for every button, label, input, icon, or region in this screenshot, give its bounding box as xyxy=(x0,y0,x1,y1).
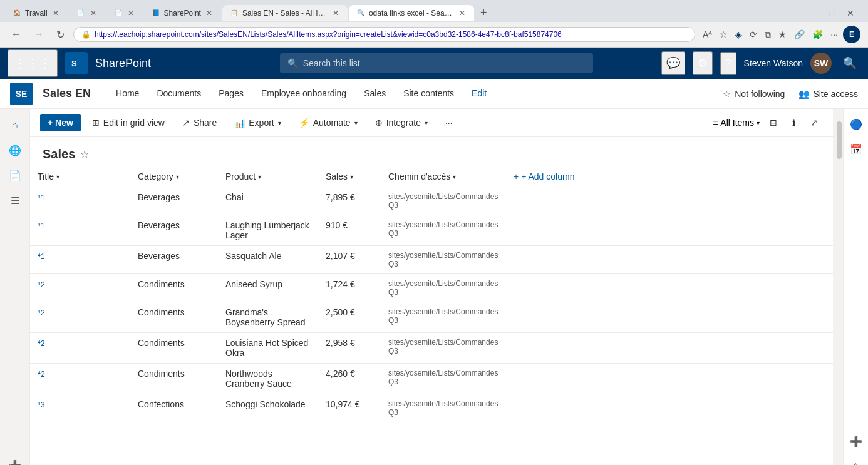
col-chemin[interactable]: Chemin d'accès ▾ xyxy=(381,166,506,187)
url-bar[interactable]: 🔒 https://teachoip.sharepoint.com/sites/… xyxy=(73,27,695,42)
table-row[interactable]: ⁴1 Beverages Sasquatch Ale 2,107 € sites… xyxy=(30,246,833,274)
cell-empty xyxy=(506,274,833,302)
table-row[interactable]: ⁴2 Condiments Grandma's Boysenberry Spre… xyxy=(30,302,833,333)
profile-avatar[interactable]: E xyxy=(843,26,860,43)
extensions-button[interactable]: 🧩 xyxy=(810,26,825,43)
fav-button[interactable]: ★ xyxy=(776,26,789,43)
tab-3[interactable]: 📄 ✕ xyxy=(106,5,143,21)
table-row[interactable]: ⁴3 Confections Schoggi Schokolade 10,974… xyxy=(30,394,833,422)
col-add[interactable]: + + Add column xyxy=(506,166,833,187)
table-row[interactable]: ⁴1 Beverages Laughing Lumberjack Lager 9… xyxy=(30,215,833,246)
export-button[interactable]: 📊 Export ▾ xyxy=(228,114,287,131)
tab-close-icon[interactable]: ✕ xyxy=(331,9,340,18)
all-items-dropdown[interactable]: ≡ All Items ▾ xyxy=(713,118,760,128)
col-category[interactable]: Category ▾ xyxy=(130,166,218,187)
sidebar-item-add[interactable]: ➕ xyxy=(4,454,26,465)
tab-close-icon[interactable]: ✕ xyxy=(51,9,60,18)
search-box[interactable]: 🔍 Search this list xyxy=(280,53,593,73)
sidebar-item-global[interactable]: 🌐 xyxy=(4,139,26,161)
sidebar-item-library[interactable]: ☰ xyxy=(4,189,26,212)
edit-grid-button[interactable]: ⊞ Edit in grid view xyxy=(86,114,171,131)
tab-close-icon[interactable]: ✕ xyxy=(89,9,98,18)
right-panel-icon-1[interactable]: 🔵 xyxy=(846,114,866,134)
bookmark-button[interactable]: ☆ xyxy=(717,26,730,43)
forward-button[interactable]: → xyxy=(30,28,48,41)
table-row[interactable]: ⁴2 Condiments Louisiana Hot Spiced Okra … xyxy=(30,333,833,364)
row-selector-icon: ⁴1 xyxy=(38,222,45,230)
list-toolbar: + New ⊞ Edit in grid view ↗ Share 📊 Expo… xyxy=(30,109,833,137)
global-search-button[interactable]: 🔍 xyxy=(839,53,860,74)
user-avatar[interactable]: SW xyxy=(810,53,832,74)
chat-button[interactable]: 💬 xyxy=(661,51,685,75)
tab-travail[interactable]: 🏠 Travail ✕ xyxy=(5,5,68,21)
table-row[interactable]: ⁴2 Condiments Aniseed Syrup 1,724 € site… xyxy=(30,274,833,302)
col-sales[interactable]: Sales ▾ xyxy=(318,166,381,187)
nav-employee-onboarding[interactable]: Employee onboarding xyxy=(254,79,354,109)
tab-odata[interactable]: 🔍 odata links excel - Search ✕ xyxy=(349,5,474,21)
back-button[interactable]: ← xyxy=(8,28,25,41)
col-chemin-label: Chemin d'accès xyxy=(388,171,450,181)
minimize-button[interactable]: — xyxy=(804,7,820,19)
scrollbar-thumb[interactable] xyxy=(837,121,842,159)
right-panel-icon-3[interactable]: ➕ xyxy=(846,431,866,451)
refresh-page-button[interactable]: ⟳ xyxy=(747,26,760,43)
not-following-label: Not following xyxy=(735,89,785,99)
help-button[interactable]: ? xyxy=(720,52,736,75)
sidebar-item-home[interactable]: ⌂ xyxy=(4,114,26,136)
cell-chemin: sites/yosemite/Lists/Commandes Q3 xyxy=(381,274,506,302)
cell-product: Northwoods Cranberry Sauce xyxy=(218,364,318,394)
col-product-label: Product xyxy=(225,171,256,181)
edge-icon[interactable]: ◈ xyxy=(733,26,745,43)
tab-close-icon[interactable]: ✕ xyxy=(458,9,467,18)
maximize-button[interactable]: □ xyxy=(825,7,838,19)
nav-home[interactable]: Home xyxy=(108,79,147,109)
integrate-button[interactable]: ⊕ Integrate ▾ xyxy=(369,114,434,131)
expand-button[interactable]: ⤢ xyxy=(805,115,823,130)
cell-empty xyxy=(506,302,833,333)
cell-category: Beverages xyxy=(130,215,218,246)
search-placeholder: Search this list xyxy=(303,58,360,68)
info-button[interactable]: ℹ xyxy=(787,115,800,130)
filter-button[interactable]: ⊟ xyxy=(765,115,782,130)
cell-category: Condiments xyxy=(130,274,218,302)
nav-pages[interactable]: Pages xyxy=(211,79,251,109)
site-access-button[interactable]: 👥 Site access xyxy=(798,89,858,99)
close-button[interactable]: ✕ xyxy=(843,7,858,19)
add-column-button[interactable]: + + Add column xyxy=(514,171,825,181)
nav-sales[interactable]: Sales xyxy=(356,79,393,109)
more-tools-button[interactable]: ··· xyxy=(828,26,840,43)
collection-button[interactable]: 🔗 xyxy=(792,26,807,43)
more-actions-button[interactable]: ··· xyxy=(439,114,459,131)
tab-title: Travail xyxy=(25,9,48,18)
cell-sales: 910 € xyxy=(318,215,381,246)
settings-button[interactable]: ⚙ xyxy=(693,51,713,75)
reader-view-button[interactable]: Aᴬ xyxy=(700,26,715,43)
refresh-button[interactable]: ↻ xyxy=(53,28,68,42)
table-row[interactable]: ⁴2 Condiments Northwoods Cranberry Sauce… xyxy=(30,364,833,394)
table-row[interactable]: ⁴1 Beverages Chai 7,895 € sites/yosemite… xyxy=(30,187,833,215)
new-tab-button[interactable]: + xyxy=(475,4,492,22)
col-title[interactable]: Title ▾ xyxy=(30,166,130,187)
tab-close-icon[interactable]: ✕ xyxy=(205,9,214,18)
tab-sharepoint[interactable]: 📘 SharePoint ✕ xyxy=(144,5,221,21)
col-product[interactable]: Product ▾ xyxy=(218,166,318,187)
right-panel-settings-icon[interactable]: ⚙ xyxy=(846,456,866,465)
automate-button[interactable]: ⚡ Automate ▾ xyxy=(292,114,364,131)
new-button[interactable]: + New xyxy=(40,114,81,131)
nav-site-contents[interactable]: Site contents xyxy=(396,79,462,109)
right-panel-icon-2[interactable]: 📅 xyxy=(846,139,866,159)
split-view-button[interactable]: ⧉ xyxy=(762,26,773,43)
nav-edit[interactable]: Edit xyxy=(464,79,494,109)
favorite-star-icon[interactable]: ☆ xyxy=(80,148,89,160)
tab-sales-en[interactable]: 📋 Sales EN - Sales - All Items ✕ xyxy=(222,5,348,21)
tab-close-icon[interactable]: ✕ xyxy=(127,9,135,18)
cell-chemin: sites/yosemite/Lists/Commandes Q3 xyxy=(381,215,506,246)
apps-button[interactable]: ⋮⋮⋮ xyxy=(8,49,58,77)
cell-title: ⁴2 xyxy=(30,274,130,302)
nav-documents[interactable]: Documents xyxy=(149,79,209,109)
col-category-sort-icon: ▾ xyxy=(176,173,179,180)
share-button[interactable]: ↗ Share xyxy=(176,114,223,131)
sidebar-item-news[interactable]: 📄 xyxy=(4,164,26,187)
tab-2[interactable]: 📄 ✕ xyxy=(69,5,105,21)
not-following-button[interactable]: ☆ Not following xyxy=(719,85,788,103)
